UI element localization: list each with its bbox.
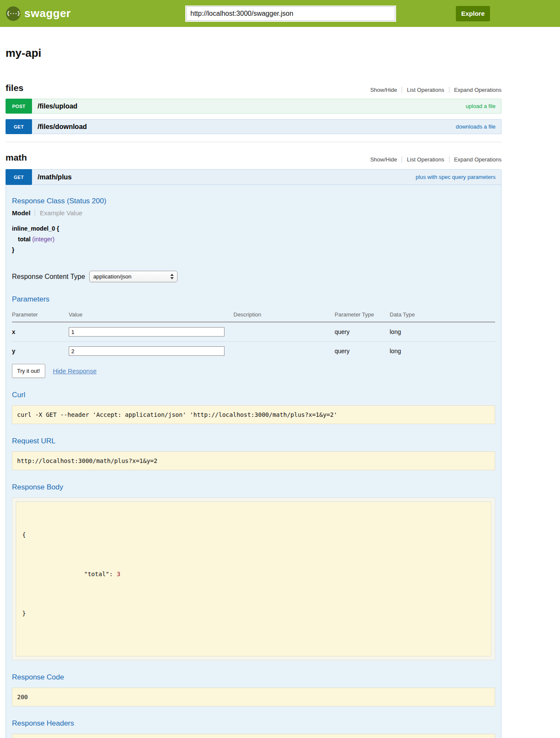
parameters-heading: Parameters bbox=[12, 295, 495, 304]
parameter-description bbox=[233, 342, 335, 361]
section-math: math Show/Hide List Operations Expand Op… bbox=[6, 142, 502, 738]
method-badge-post: POST bbox=[6, 99, 32, 114]
section-controls-math: Show/Hide List Operations Expand Operati… bbox=[365, 156, 502, 163]
hide-response-link[interactable]: Hide Response bbox=[53, 367, 97, 375]
response-headers-heading: Response Headers bbox=[12, 719, 495, 728]
parameter-type: query bbox=[335, 342, 390, 361]
explore-button[interactable]: Explore bbox=[456, 6, 490, 21]
select-arrows-icon bbox=[170, 274, 174, 279]
request-url-heading: Request URL bbox=[12, 437, 495, 445]
swagger-logo-icon: {···} bbox=[6, 6, 20, 21]
try-it-out-button[interactable]: Try it out! bbox=[12, 364, 45, 378]
method-badge-get: GET bbox=[6, 169, 32, 185]
response-headers-json: { "date": "Wed, 22 Aug 2018 18:49:13 GMT… bbox=[12, 734, 495, 738]
api-title: my-api bbox=[6, 47, 502, 60]
tab-model[interactable]: Model bbox=[12, 209, 30, 217]
response-class-heading: Response Class (Status 200) bbox=[12, 197, 495, 205]
endpoint-summary[interactable]: upload a file bbox=[466, 103, 496, 109]
endpoint-path[interactable]: /math/plus bbox=[38, 173, 72, 181]
tab-example-value[interactable]: Example Value bbox=[35, 209, 82, 217]
swagger-url-input[interactable] bbox=[186, 6, 395, 21]
column-header-value: Value bbox=[69, 309, 233, 322]
response-body-json: { "total":3 } bbox=[16, 501, 491, 656]
parameter-type: query bbox=[335, 322, 390, 342]
model-signature: inline_model_0 { total (integer) } bbox=[12, 223, 495, 255]
response-body-heading: Response Body bbox=[12, 483, 495, 492]
parameter-row-y: y query long bbox=[12, 342, 495, 361]
json-key-total: "total": bbox=[84, 571, 113, 577]
response-content-type-select[interactable]: application/json bbox=[89, 271, 178, 282]
list-operations-link[interactable]: List Operations bbox=[402, 87, 449, 93]
endpoint-path[interactable]: /files/download bbox=[38, 123, 87, 131]
model-tabs: Model Example Value bbox=[12, 209, 495, 217]
column-header-parameter: Parameter bbox=[12, 309, 69, 322]
expand-operations-link[interactable]: Expand Operations bbox=[449, 87, 502, 93]
endpoint-path[interactable]: /files/upload bbox=[38, 102, 77, 110]
operation-content: Response Class (Status 200) Model Exampl… bbox=[6, 184, 501, 738]
response-body-container: { "total":3 } bbox=[12, 498, 495, 660]
response-content-type-label: Response Content Type bbox=[12, 273, 85, 281]
endpoint-summary[interactable]: downloads a file bbox=[456, 123, 496, 130]
parameter-name: x bbox=[12, 322, 69, 342]
parameter-data-type: long bbox=[390, 342, 495, 361]
expand-operations-link[interactable]: Expand Operations bbox=[449, 156, 502, 163]
parameters-table: Parameter Value Description Parameter Ty… bbox=[12, 309, 495, 360]
curl-command: curl -X GET --header 'Accept: applicatio… bbox=[12, 405, 495, 424]
parameter-data-type: long bbox=[390, 322, 495, 342]
model-property-name: total bbox=[18, 236, 31, 243]
selected-content-type: application/json bbox=[93, 273, 131, 280]
response-code-value: 200 bbox=[12, 688, 495, 706]
section-controls-files: Show/Hide List Operations Expand Operati… bbox=[365, 87, 502, 93]
parameter-description bbox=[233, 322, 335, 342]
swagger-logo[interactable]: {···} swagger bbox=[6, 6, 71, 21]
json-value-total: 3 bbox=[117, 571, 120, 577]
endpoint-row-post-files-upload[interactable]: POST /files/upload upload a file bbox=[6, 99, 502, 114]
main-content: my-api files Show/Hide List Operations E… bbox=[6, 47, 502, 738]
column-header-parameter-type: Parameter Type bbox=[335, 309, 390, 322]
endpoint-row-get-math-plus[interactable]: GET /math/plus plus with spec query para… bbox=[6, 170, 501, 184]
method-badge-get: GET bbox=[6, 119, 32, 134]
curl-heading: Curl bbox=[12, 391, 495, 399]
request-url-value: http://localhost:3000/math/plus?x=1&y=2 bbox=[12, 451, 495, 470]
top-header-bar: {···} swagger Explore bbox=[0, 0, 560, 27]
parameter-x-input[interactable] bbox=[69, 327, 225, 337]
endpoint-summary[interactable]: plus with spec query parameters bbox=[416, 174, 496, 180]
model-property-type: (integer) bbox=[32, 236, 54, 243]
endpoint-row-get-files-download[interactable]: GET /files/download downloads a file bbox=[6, 119, 502, 134]
operation-get-math-plus: GET /math/plus plus with spec query para… bbox=[6, 169, 502, 738]
column-header-data-type: Data Type bbox=[390, 309, 495, 322]
show-hide-link[interactable]: Show/Hide bbox=[365, 156, 402, 163]
model-close-line: } bbox=[12, 245, 495, 255]
parameter-row-x: x query long bbox=[12, 322, 495, 342]
parameter-name: y bbox=[12, 342, 69, 361]
section-title-files[interactable]: files bbox=[6, 83, 23, 93]
json-open-brace: { bbox=[22, 530, 485, 540]
parameter-y-input[interactable] bbox=[69, 346, 225, 356]
section-files: files Show/Hide List Operations Expand O… bbox=[6, 83, 502, 134]
section-title-math[interactable]: math bbox=[6, 152, 27, 163]
brand-title: swagger bbox=[24, 7, 71, 20]
column-header-description: Description bbox=[233, 309, 335, 322]
response-code-heading: Response Code bbox=[12, 673, 495, 682]
list-operations-link[interactable]: List Operations bbox=[402, 156, 449, 163]
model-open-line: inline_model_0 { bbox=[12, 223, 495, 234]
json-close-brace: } bbox=[22, 609, 485, 618]
response-content-type-row: Response Content Type application/json bbox=[12, 271, 495, 282]
show-hide-link[interactable]: Show/Hide bbox=[365, 87, 402, 93]
